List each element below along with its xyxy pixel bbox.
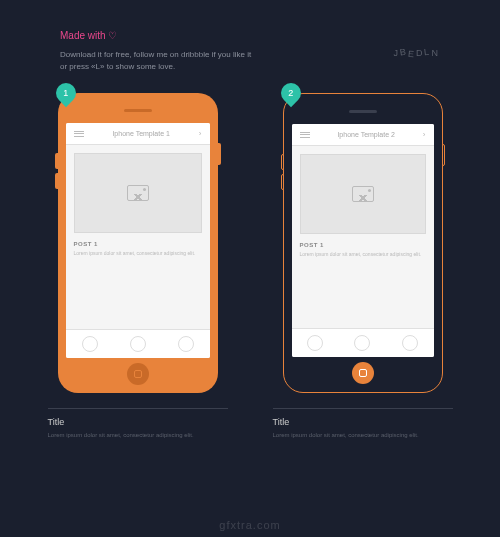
- badge-number: 2: [288, 88, 293, 98]
- volume-down-button: [55, 173, 58, 189]
- post-title: POST 1: [300, 242, 426, 248]
- nav-title: Iphone Template 2: [337, 131, 394, 138]
- nav-bar: Iphone Template 2 ›: [292, 124, 434, 146]
- caption-block: Title Lorem ipsum dolor sit amet, consec…: [273, 408, 453, 440]
- home-square-icon: [134, 370, 142, 378]
- speaker-icon: [349, 110, 377, 113]
- phone-body: Iphone Template 1 › POST 1 Lorem ipsum d…: [58, 93, 218, 393]
- power-button: [442, 144, 445, 166]
- tab-item[interactable]: [82, 336, 98, 352]
- picture-icon: [127, 185, 149, 201]
- speaker-icon: [124, 109, 152, 112]
- heart-icon: ♡: [108, 30, 117, 41]
- volume-up-button: [281, 154, 284, 170]
- badge-number: 1: [63, 88, 68, 98]
- nav-title: Iphone Template 1: [112, 130, 169, 137]
- tab-bar: [292, 328, 434, 357]
- caption-title: Title: [48, 417, 228, 427]
- hamburger-icon[interactable]: [300, 132, 310, 138]
- header: Made with ♡ Download it for free, follow…: [0, 0, 500, 73]
- post-body: Lorem ipsum dolor sit amet, consectetur …: [300, 251, 426, 258]
- power-button: [218, 143, 221, 165]
- home-square-icon: [359, 369, 367, 377]
- phone-mockup-2: 2 Iphone Template 2 › POST 1 Lorem ipsum…: [273, 93, 453, 393]
- caption-block: Title Lorem ipsum dolor sit amet, consec…: [48, 408, 228, 440]
- image-placeholder: [300, 154, 426, 234]
- home-button[interactable]: [352, 362, 374, 384]
- chevron-right-icon[interactable]: ›: [423, 130, 426, 139]
- post-body: Lorem ipsum dolor sit amet, consectetur …: [74, 250, 202, 257]
- phone-body: Iphone Template 2 › POST 1 Lorem ipsum d…: [283, 93, 443, 393]
- volume-down-button: [281, 174, 284, 190]
- made-with-label: Made with ♡: [60, 30, 440, 41]
- tab-item[interactable]: [130, 336, 146, 352]
- image-placeholder: [74, 153, 202, 233]
- phones-row: 1 Iphone Template 1 › POST 1 Lorem ipsum…: [0, 73, 500, 393]
- subtitle: Download it for free, follow me on dribb…: [60, 49, 260, 73]
- captions-row: Title Lorem ipsum dolor sit amet, consec…: [0, 393, 500, 440]
- chevron-right-icon[interactable]: ›: [199, 129, 202, 138]
- watermark: gfxtra.com: [219, 519, 280, 531]
- picture-icon: [352, 186, 374, 202]
- made-with-text: Made with: [60, 30, 106, 41]
- phone-mockup-1: 1 Iphone Template 1 › POST 1 Lorem ipsum…: [48, 93, 228, 393]
- brand-logo: JBEDLN: [393, 48, 440, 58]
- hamburger-icon[interactable]: [74, 131, 84, 137]
- content-area: POST 1 Lorem ipsum dolor sit amet, conse…: [66, 145, 210, 329]
- screen: Iphone Template 2 › POST 1 Lorem ipsum d…: [292, 124, 434, 357]
- nav-bar: Iphone Template 1 ›: [66, 123, 210, 145]
- tab-item[interactable]: [307, 335, 323, 351]
- caption-body: Lorem ipsum dolor sit amet, consectetur …: [48, 431, 228, 440]
- caption-title: Title: [273, 417, 453, 427]
- post-title: POST 1: [74, 241, 202, 247]
- tab-item[interactable]: [402, 335, 418, 351]
- content-area: POST 1 Lorem ipsum dolor sit amet, conse…: [292, 146, 434, 328]
- tab-item[interactable]: [354, 335, 370, 351]
- tab-bar: [66, 329, 210, 358]
- home-button[interactable]: [127, 363, 149, 385]
- screen: Iphone Template 1 › POST 1 Lorem ipsum d…: [66, 123, 210, 358]
- volume-up-button: [55, 153, 58, 169]
- caption-body: Lorem ipsum dolor sit amet, consectetur …: [273, 431, 453, 440]
- tab-item[interactable]: [178, 336, 194, 352]
